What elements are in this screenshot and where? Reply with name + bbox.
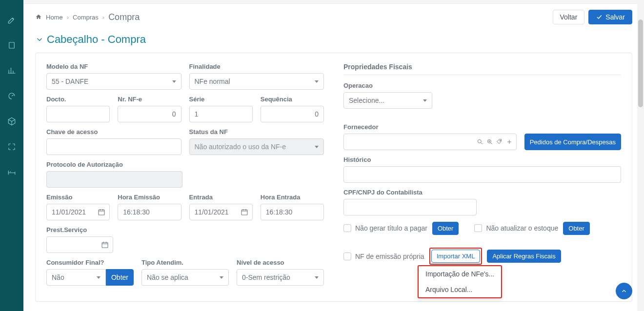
input-nr-nfe[interactable]: 0	[118, 106, 181, 122]
checkbox-nf-emissao-propria[interactable]	[343, 253, 351, 260]
breadcrumb: Home › Compras › Compra	[35, 12, 140, 22]
label-tipo-atendim: Tipo Atendim.	[141, 259, 229, 266]
label-nivel-acesso: Nível de acesso	[237, 259, 324, 266]
scrollbar[interactable]	[637, 0, 644, 311]
nav-edit-icon[interactable]	[6, 15, 17, 25]
label-sequencia: Sequência	[261, 96, 324, 103]
label-status-nf: Status da NF	[189, 128, 324, 136]
select-status-nf: Não autorizado o uso da NF-e	[189, 138, 324, 155]
nav-expand-icon[interactable]	[6, 141, 17, 152]
breadcrumb-home[interactable]: Home	[46, 14, 63, 21]
obter-estoque-button[interactable]: Obter	[563, 222, 590, 235]
nav-hotel-icon[interactable]	[6, 167, 17, 177]
label-finalidade: Finalidade	[189, 63, 324, 70]
select-finalidade[interactable]: NFe normal	[189, 73, 324, 90]
importar-xml-button[interactable]: Importar XML	[431, 250, 481, 263]
dropdown-item-importacao-nfes[interactable]: Importação de NFe's...	[419, 266, 501, 282]
label-consumidor-final: Consumidor Final?	[46, 259, 134, 266]
importar-xml-dropdown: Importação de NFe's... Arquivo Local...	[418, 265, 502, 298]
svg-point-4	[478, 139, 481, 143]
label-emissao: Emissão	[46, 194, 110, 201]
input-cpf-cnpj[interactable]	[343, 199, 477, 215]
scroll-top-button[interactable]	[616, 283, 632, 299]
label-hora-emissao: Hora Emissão	[118, 194, 181, 201]
label-cpf-cnpj: CPF/CNPJ do Contabilista	[343, 189, 477, 196]
label-operacao: Operacao	[343, 82, 432, 89]
label-nf-emissao-propria: NF de emissão própria	[355, 253, 424, 260]
input-protocolo	[46, 171, 182, 188]
nav-dashboard-icon[interactable]	[6, 91, 17, 101]
label-prest-servico: Prest.Serviço	[46, 226, 113, 233]
voltar-button[interactable]: Voltar	[553, 10, 585, 24]
main: Home › Compras › Compra Voltar Salvar Ca…	[23, 0, 644, 311]
nav-box-icon[interactable]	[6, 116, 17, 127]
salvar-button[interactable]: Salvar	[588, 10, 632, 24]
home-icon	[35, 14, 42, 20]
left-column: Modelo da NF 55 - DANFE Finalidade NFe n…	[46, 63, 324, 292]
input-hora-entrada[interactable]: 16:18:30	[261, 204, 324, 220]
label-nao-atualizar-estoque: Não atualizar o estoque	[486, 224, 558, 232]
select-nivel-acesso[interactable]: 0-Sem restrição	[237, 269, 324, 286]
label-chave: Chave de acesso	[46, 128, 181, 136]
svg-rect-2	[242, 210, 247, 215]
input-historico[interactable]	[343, 166, 621, 183]
sidebar	[0, 0, 23, 311]
input-docto[interactable]	[46, 106, 110, 122]
checkbox-nao-gerar-titulo[interactable]	[343, 224, 351, 232]
label-fornecedor: Fornecedor	[343, 123, 517, 131]
breadcrumb-current: Compra	[108, 12, 140, 22]
input-entrada[interactable]: 11/01/2021	[189, 204, 253, 220]
zoom-in-icon[interactable]	[486, 138, 493, 145]
prop-fiscais-title: Propriedades Fiscais	[343, 63, 621, 71]
plus-icon[interactable]	[506, 138, 513, 145]
calendar-icon	[241, 208, 248, 216]
svg-point-6	[500, 140, 501, 141]
search-icon[interactable]	[477, 138, 483, 145]
breadcrumb-compras[interactable]: Compras	[73, 14, 99, 21]
scrollbar-thumb[interactable]	[638, 19, 643, 107]
label-modelo-nf: Modelo da NF	[46, 63, 181, 70]
obter-consumidor-button[interactable]: Obter	[106, 269, 134, 286]
input-sequencia[interactable]: 0	[261, 106, 324, 122]
label-entrada: Entrada	[189, 194, 253, 201]
nav-chart-icon[interactable]	[6, 65, 17, 76]
checkbox-nao-atualizar-estoque[interactable]	[474, 224, 482, 232]
obter-titulo-button[interactable]: Obter	[432, 222, 459, 235]
aplicar-regras-button[interactable]: Aplicar Regras Fiscais	[487, 250, 561, 263]
input-chave[interactable]	[46, 138, 181, 155]
label-nao-gerar-titulo: Não gerar título a pagar	[355, 224, 427, 232]
dropdown-item-arquivo-local[interactable]: Arquivo Local...	[419, 282, 501, 297]
svg-rect-1	[99, 210, 104, 215]
label-docto: Docto.	[46, 96, 110, 103]
input-serie[interactable]: 1	[189, 106, 253, 122]
label-historico: Histórico	[343, 156, 621, 163]
select-modelo-nf[interactable]: 55 - DANFE	[46, 73, 181, 90]
input-emissao[interactable]: 11/01/2021	[46, 204, 110, 220]
label-nr-nfe: Nr. NF-e	[118, 96, 181, 103]
select-consumidor-final[interactable]: Não	[46, 269, 106, 286]
label-protocolo: Protocolo de Autorização	[46, 161, 182, 168]
select-operacao[interactable]: Selecione...	[343, 92, 432, 109]
nav-document-icon[interactable]	[6, 40, 17, 51]
calendar-icon	[101, 241, 109, 249]
input-prest-servico[interactable]	[46, 236, 113, 253]
label-hora-entrada: Hora Entrada	[261, 194, 324, 201]
right-column: Propriedades Fiscais Operacao Selecione.…	[343, 63, 621, 292]
salvar-label: Salvar	[605, 13, 625, 21]
input-hora-emissao[interactable]: 16:18:30	[118, 204, 181, 220]
calendar-icon	[98, 208, 105, 216]
section-title-cabecalho[interactable]: Cabeçalho - Compra	[35, 33, 632, 46]
chevron-down-icon	[35, 35, 44, 44]
svg-rect-0	[9, 42, 15, 48]
tag-icon[interactable]	[496, 138, 503, 145]
select-tipo-atendim[interactable]: Não se aplica	[141, 269, 229, 286]
label-serie: Série	[189, 96, 253, 103]
pedidos-compra-button[interactable]: Pedidos de Compra/Despesas	[524, 134, 621, 150]
svg-rect-3	[102, 242, 108, 248]
